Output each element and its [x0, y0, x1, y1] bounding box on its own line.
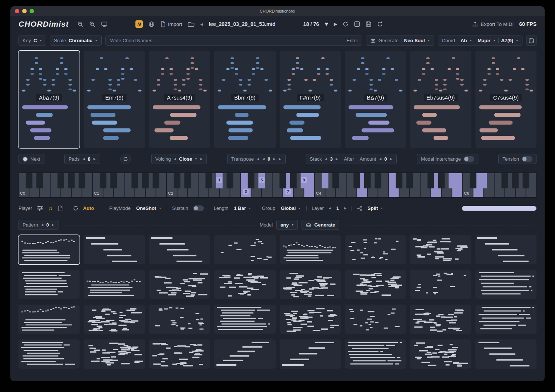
chord-pad[interactable]: BΔ7(9) — [345, 51, 406, 148]
next-mode-button[interactable]: Next — [18, 154, 44, 164]
auto-refresh-icon[interactable] — [73, 205, 78, 211]
playmode-select[interactable]: OneShot ▼ — [135, 203, 162, 213]
layer-increment[interactable]: ▶ — [344, 207, 347, 210]
folder-icon[interactable] — [188, 21, 195, 27]
chord-pad[interactable]: F#m7(9) — [280, 51, 341, 148]
transpose-down[interactable]: ◀ — [262, 157, 265, 161]
pattern-tile[interactable] — [280, 305, 341, 334]
pattern-tile[interactable] — [214, 235, 275, 264]
pattern-tile[interactable] — [18, 305, 80, 334]
player-progress-bar[interactable] — [462, 206, 536, 211]
pattern-decrement[interactable]: ◀ — [41, 223, 44, 227]
length-select[interactable]: 1 Bar ▼ — [233, 203, 252, 213]
pattern-tile[interactable] — [84, 270, 145, 299]
pattern-tile[interactable] — [214, 339, 275, 369]
pattern-tile[interactable] — [345, 270, 406, 299]
previous-file-icon[interactable]: ◀ — [200, 22, 203, 26]
dice-icon[interactable] — [354, 21, 360, 27]
export-midi-button[interactable]: Export To MIDI — [472, 21, 514, 27]
pattern-tile[interactable] — [280, 270, 341, 299]
pattern-tile[interactable] — [149, 270, 210, 299]
music-notes-icon[interactable]: ♫ — [48, 205, 53, 212]
pattern-tile[interactable] — [475, 305, 536, 334]
refresh-icon[interactable] — [377, 21, 383, 27]
style-select-value[interactable]: Neo Soul — [404, 38, 425, 43]
model-select[interactable]: any ▼ — [276, 220, 298, 230]
pattern-tile[interactable] — [214, 305, 275, 334]
key-select[interactable]: Key C ▼ — [18, 36, 46, 46]
pattern-tile[interactable] — [410, 305, 471, 334]
sliders-icon[interactable] — [37, 205, 43, 211]
generate-chords-button[interactable]: Generate — [379, 38, 398, 43]
favorite-heart-icon[interactable]: ♥ — [324, 21, 328, 27]
scale-select[interactable]: Scale Chromatic ▼ — [50, 36, 102, 46]
chord-pad[interactable]: AbΔ7(9) — [18, 51, 80, 148]
chord-pad[interactable]: Em7(9) — [84, 51, 145, 148]
transpose-octave-down[interactable]: ◀ — [256, 157, 259, 161]
pattern-tile[interactable] — [84, 339, 145, 369]
chord-pad[interactable]: Eb7sus4(9) — [410, 51, 471, 148]
voicing-value[interactable]: Close — [179, 156, 192, 162]
voicing-next[interactable]: ▶ — [200, 157, 203, 161]
import-button[interactable]: Import — [160, 21, 182, 27]
browser-globe-icon[interactable] — [148, 21, 155, 27]
pattern-tile[interactable] — [345, 305, 406, 334]
generate-pattern-button[interactable]: Generate — [302, 220, 339, 230]
pattern-tile[interactable] — [280, 235, 341, 264]
nks-badge-icon[interactable]: N — [135, 20, 143, 28]
pattern-tile[interactable] — [475, 270, 536, 299]
pattern-tile[interactable] — [149, 305, 210, 334]
pattern-tile[interactable] — [18, 235, 80, 264]
split-select[interactable]: Split ▼ — [367, 203, 384, 213]
quality-select[interactable]: Major — [478, 38, 491, 43]
pattern-tile[interactable] — [149, 235, 210, 264]
pattern-tile[interactable] — [214, 270, 275, 299]
amount-increment[interactable]: ▶ — [390, 157, 393, 161]
pattern-tile[interactable] — [410, 339, 471, 369]
piano-keyboard[interactable] — [18, 172, 536, 198]
presentation-icon[interactable] — [101, 21, 108, 27]
pattern-tile[interactable] — [18, 270, 80, 299]
pattern-tile[interactable] — [345, 339, 406, 369]
layer-decrement[interactable]: ◀ — [329, 207, 332, 210]
chord-pad[interactable]: Bbm7(9) — [214, 51, 275, 148]
play-icon[interactable]: ▶ — [334, 21, 337, 27]
pattern-tile[interactable] — [18, 339, 80, 369]
pattern-tile[interactable] — [280, 339, 341, 369]
stack-decrement[interactable]: ◀ — [324, 157, 327, 161]
cycle-pads-button[interactable] — [120, 154, 131, 164]
chord-pad[interactable]: A7sus4(9) — [149, 51, 210, 148]
randomize-chord-button[interactable] — [526, 36, 536, 46]
auto-button[interactable]: Auto — [83, 205, 94, 211]
voicing-prev[interactable]: ◀ — [174, 157, 176, 161]
stack-increment[interactable]: ▶ — [335, 157, 338, 161]
chord-name-input[interactable] — [110, 37, 341, 44]
sustain-toggle[interactable] — [193, 205, 204, 211]
pattern-tile[interactable] — [410, 235, 471, 264]
pattern-increment[interactable]: ▶ — [51, 223, 54, 227]
pattern-tile[interactable] — [84, 305, 145, 334]
after-label[interactable]: After — [344, 156, 354, 162]
root-select[interactable]: Ab — [461, 38, 467, 43]
pattern-tile[interactable] — [84, 235, 145, 264]
reload-icon[interactable] — [343, 21, 349, 27]
transpose-octave-up[interactable]: ▶ — [279, 157, 282, 161]
pattern-tile[interactable] — [149, 339, 210, 369]
modal-interchange-toggle[interactable] — [464, 156, 474, 162]
file-icon[interactable] — [58, 205, 63, 211]
enter-button[interactable]: Enter — [347, 38, 358, 43]
pads-increment[interactable]: ▶ — [93, 157, 96, 161]
pattern-tile[interactable] — [475, 235, 536, 264]
pattern-tile[interactable] — [475, 339, 536, 369]
zoom-out-icon[interactable] — [77, 21, 84, 27]
amount-decrement[interactable]: ◀ — [379, 157, 382, 161]
transpose-up[interactable]: ▶ — [273, 157, 276, 161]
group-select[interactable]: Global ▼ — [280, 203, 302, 213]
save-icon[interactable] — [366, 21, 371, 27]
zoom-in-icon[interactable] — [89, 21, 95, 27]
extension-select[interactable]: Δ7(9) — [501, 38, 513, 43]
pattern-tile[interactable] — [410, 270, 471, 299]
pads-decrement[interactable]: ◀ — [82, 157, 85, 161]
chord-pad[interactable]: C7sus4(9) — [475, 51, 536, 148]
tension-toggle[interactable] — [522, 156, 532, 162]
